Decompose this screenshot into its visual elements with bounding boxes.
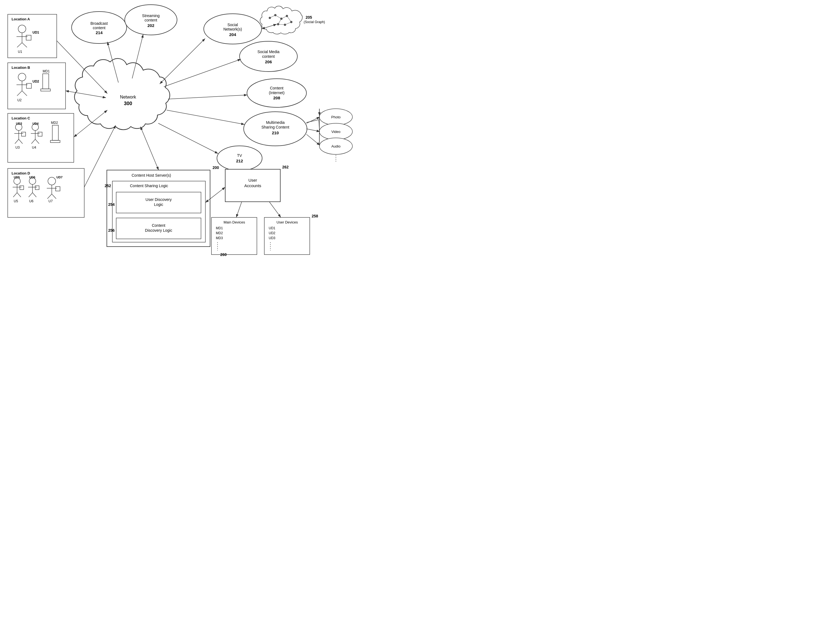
svg-line-165 [168, 95, 247, 99]
svg-point-44 [217, 146, 262, 171]
svg-text:258: 258 [312, 214, 318, 218]
svg-text:User Discovery: User Discovery [146, 197, 172, 202]
svg-text:Social Media: Social Media [258, 49, 279, 54]
svg-text:content: content [262, 54, 275, 58]
svg-text:Streaming: Streaming [142, 14, 160, 18]
svg-text:content: content [144, 18, 157, 22]
social-media-node: Social Media content 206 [239, 41, 297, 72]
svg-text:Discovery Logic: Discovery Logic [145, 228, 172, 233]
social-networks-node: Social Network(s) 204 [204, 14, 262, 44]
svg-text:TV: TV [237, 153, 242, 158]
svg-text:254: 254 [108, 202, 115, 207]
svg-text:212: 212 [236, 158, 243, 163]
photo-node: Photo [319, 109, 352, 125]
svg-text:260: 260 [220, 252, 227, 257]
network-label: Network [120, 95, 137, 99]
user-accounts-box: User Accounts 262 [225, 165, 289, 202]
svg-text:UD4: UD4 [32, 122, 39, 125]
svg-text:Logic: Logic [154, 202, 163, 207]
svg-line-168 [307, 120, 319, 123]
svg-text:MD3: MD3 [216, 236, 223, 240]
svg-text:User Devices: User Devices [276, 220, 298, 224]
svg-text:U7: U7 [48, 199, 53, 203]
svg-text:210: 210 [272, 130, 279, 135]
svg-text:Main Devices: Main Devices [224, 220, 245, 224]
svg-text:Network(s): Network(s) [223, 27, 242, 31]
svg-line-177 [307, 134, 320, 145]
svg-text:206: 206 [265, 60, 272, 64]
svg-line-181 [269, 202, 281, 218]
svg-text:Sharing Content: Sharing Content [261, 125, 289, 129]
svg-text:UD3: UD3 [269, 236, 275, 240]
svg-text:U3: U3 [15, 146, 20, 149]
svg-text:Location C: Location C [12, 116, 30, 120]
content-discovery-logic: Content Discovery Logic 256 [108, 218, 201, 239]
svg-text:202: 202 [147, 23, 154, 28]
social-graph-node: 205 (Social Graph) [260, 6, 325, 34]
svg-line-164 [164, 59, 241, 87]
svg-text:Audio: Audio [331, 144, 340, 148]
broadcast-node: Broadcast content 214 [72, 12, 127, 43]
svg-text:Location B: Location B [12, 66, 30, 70]
svg-text:User: User [249, 178, 257, 182]
user-discovery-logic: User Discovery Logic 254 [108, 192, 201, 213]
svg-text:MD1: MD1 [43, 69, 50, 73]
multimedia-node: Multimedia Sharing Content 210 [244, 112, 307, 146]
svg-text:205: 205 [305, 15, 312, 20]
audio-node: Audio [319, 138, 352, 154]
svg-text:UD1: UD1 [269, 226, 275, 230]
svg-text:Video: Video [331, 130, 340, 134]
svg-line-178 [140, 127, 159, 170]
svg-text:Content Host Server(s): Content Host Server(s) [132, 173, 171, 178]
svg-text:MD2: MD2 [216, 231, 223, 235]
svg-text:214: 214 [95, 30, 103, 35]
svg-text:Social: Social [227, 23, 238, 27]
svg-text:252: 252 [104, 184, 111, 188]
svg-line-167 [158, 123, 218, 153]
main-devices-box: Main Devices MD1 MD2 MD3 260 [212, 218, 257, 257]
svg-text:UD5: UD5 [14, 176, 20, 179]
video-node: Video [319, 123, 352, 140]
svg-text:(Internet): (Internet) [269, 90, 285, 95]
svg-text:Accounts: Accounts [244, 183, 261, 188]
location-c-box: Location C UD3 U3 UD4 U4 MD2 [8, 113, 74, 163]
network-number: 300 [124, 101, 132, 106]
location-a-box: Location A UD1 U1 [8, 14, 57, 58]
svg-text:U1: U1 [18, 50, 22, 54]
svg-line-166 [167, 110, 244, 124]
svg-text:Location A: Location A [12, 17, 30, 21]
streaming-node: Streaming content 202 [125, 5, 177, 35]
svg-text:UD1: UD1 [32, 31, 39, 34]
content-internet-node: Content (Internet) 208 [247, 79, 307, 107]
svg-rect-77 [8, 113, 74, 163]
svg-text:Broadcast: Broadcast [90, 21, 107, 26]
svg-text:Content Sharing Logic: Content Sharing Logic [130, 184, 168, 188]
svg-text:UD7: UD7 [57, 176, 63, 179]
svg-text:Content: Content [152, 223, 165, 228]
svg-line-176 [307, 129, 320, 132]
svg-text:U4: U4 [32, 146, 36, 149]
tv-node: TV 212 [217, 146, 262, 171]
svg-line-180 [236, 202, 242, 218]
network-cloud: Network 300 [75, 58, 170, 130]
svg-text:MD1: MD1 [216, 226, 223, 230]
svg-text:204: 204 [229, 32, 236, 37]
svg-text:UD6: UD6 [29, 176, 35, 179]
svg-text:262: 262 [282, 165, 289, 169]
svg-text:(Social Graph): (Social Graph) [304, 20, 325, 24]
svg-text:256: 256 [108, 228, 115, 233]
location-d-box: Location D UD5 U5 UD6 U6 UD7 U7 [8, 169, 84, 218]
svg-text:Content: Content [270, 86, 283, 90]
location-b-box: Location B UD2 MD1 U2 [8, 63, 66, 109]
svg-text:UD3: UD3 [16, 122, 22, 125]
svg-text:200: 200 [213, 166, 219, 170]
svg-text:UD2: UD2 [32, 80, 39, 83]
svg-text:MD2: MD2 [51, 121, 58, 125]
svg-text:UD2: UD2 [269, 231, 275, 235]
svg-text:content: content [93, 26, 106, 30]
svg-text:U2: U2 [17, 98, 22, 102]
user-devices-box: User Devices UD1 UD2 UD3 258 [264, 214, 318, 255]
svg-text:208: 208 [273, 95, 280, 100]
svg-text:Photo: Photo [331, 115, 341, 119]
svg-text:Location D: Location D [12, 171, 30, 175]
